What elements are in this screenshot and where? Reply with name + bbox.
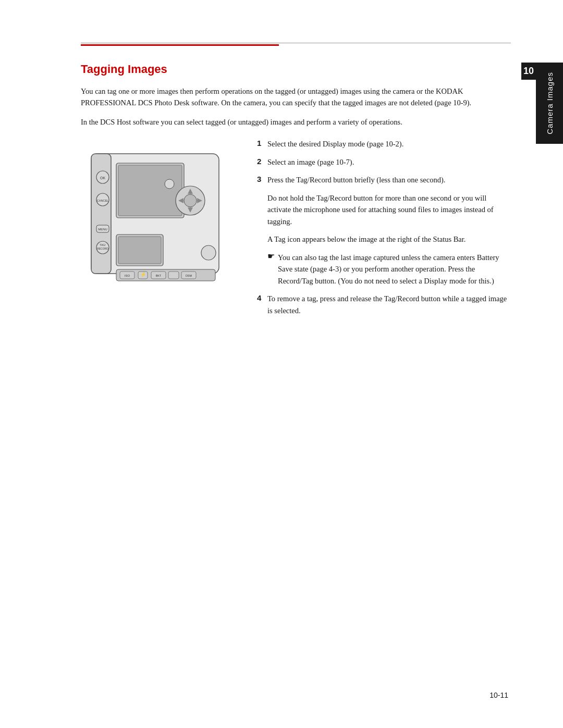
intro-paragraph-2: In the DCS Host software you can select … [81, 116, 508, 128]
main-content: Tagging Images You can tag one or more i… [81, 52, 508, 323]
step-1-text: Select the desired Display mode (page 10… [267, 138, 508, 150]
sub-para-1: Do not hold the Tag/Record button for mo… [267, 192, 508, 227]
svg-text:CANCEL: CANCEL [97, 199, 108, 202]
page-container: 10 Camera Images Tagging Images You can … [0, 0, 563, 728]
tip-bullet-icon: ☛ [267, 251, 278, 261]
page-number: 10-11 [0, 691, 508, 699]
sub-para-2: A Tag icon appears below the image at th… [267, 233, 508, 245]
top-decorative-lines [81, 43, 511, 47]
chapter-label-text: Camera Images [545, 72, 554, 134]
camera-illustration: OK CANCEL MENU TAG/ RECORD [81, 138, 229, 292]
svg-rect-14 [118, 237, 161, 264]
tip-item: ☛ You can also tag the last image captur… [267, 252, 508, 287]
step-1-number: 1 [257, 139, 267, 147]
step-2: 2 Select an image (page 10-7). [257, 156, 508, 168]
svg-text:RECORD: RECORD [97, 247, 108, 250]
step-4-text: To remove a tag, press and release the T… [267, 293, 508, 316]
right-column: 1 Select the desired Display mode (page … [242, 138, 508, 323]
svg-text:ISO: ISO [125, 274, 130, 277]
step-3: 3 Press the Tag/Record button briefly (l… [257, 174, 508, 186]
left-column: OK CANCEL MENU TAG/ RECORD [81, 138, 242, 294]
step-4: 4 To remove a tag, press and release the… [257, 293, 508, 316]
step-1: 1 Select the desired Display mode (page … [257, 138, 508, 150]
step-4-number: 4 [257, 293, 267, 302]
chapter-number-tab: 10 [521, 63, 536, 80]
chapter-label-tab: Camera Images [536, 63, 563, 144]
svg-point-21 [165, 179, 174, 189]
step-2-number: 2 [257, 157, 267, 166]
content-columns: OK CANCEL MENU TAG/ RECORD [81, 138, 508, 323]
svg-rect-30 [168, 272, 179, 279]
step-2-text: Select an image (page 10-7). [267, 156, 508, 168]
svg-text:TAG/: TAG/ [100, 243, 106, 246]
tip-text: You can also tag the last image captured… [278, 252, 508, 287]
intro-paragraph-1: You can tag one or more images then perf… [81, 85, 508, 109]
top-line-thin [81, 43, 511, 43]
svg-text:⚡: ⚡ [140, 272, 146, 278]
svg-rect-12 [118, 165, 182, 216]
svg-text:BKT: BKT [156, 274, 162, 277]
step-3-text: Press the Tag/Record button briefly (les… [267, 174, 508, 186]
svg-text:DSM: DSM [186, 274, 192, 277]
page-heading: Tagging Images [81, 63, 508, 76]
svg-point-22 [201, 245, 216, 260]
svg-point-16 [184, 194, 197, 207]
top-line-thick [81, 44, 279, 46]
step-3-number: 3 [257, 175, 267, 183]
svg-text:MENU: MENU [98, 228, 107, 231]
svg-text:OK: OK [100, 176, 105, 180]
